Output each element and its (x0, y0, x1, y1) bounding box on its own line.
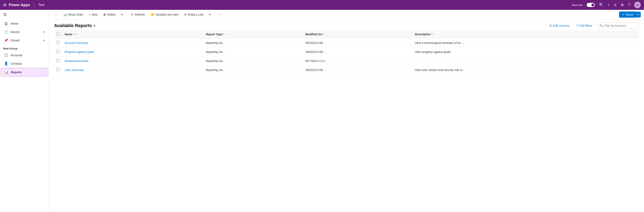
filter-search-icon: 🔍 (600, 24, 603, 27)
row-modified-on-1: 3/5/2023 8:58 ... (303, 47, 412, 56)
data-table: Name ↑ ▾ Report Type ▾ (49, 30, 644, 212)
share-label: Share (626, 13, 633, 16)
sidebar-item-recent[interactable]: 🕐 Recent ▾ (1, 28, 48, 36)
env-name: Test (38, 3, 44, 7)
sidebar-item-accounts[interactable]: 📋 Accounts (1, 51, 48, 59)
delete-dropdown-button[interactable]: ▾ (119, 12, 125, 18)
row-report-type-3: Reporting Se... (204, 65, 303, 74)
col-modified-on: Modified On ▾ (303, 30, 412, 38)
row-checkbox-3[interactable] (56, 68, 60, 71)
row-description-0: View a chronological summary of an ... (412, 38, 639, 47)
row-modified-on-3: 3/5/2023 8:58 ... (303, 65, 412, 74)
edit-filters-label: Edit filters (580, 24, 592, 27)
row-report-type-2: Reporting Se... (204, 56, 303, 65)
help-icon[interactable]: ? (628, 3, 630, 7)
share-dropdown-button[interactable]: ▾ (636, 12, 641, 18)
email-link-button[interactable]: ✉ Email a Link (182, 12, 206, 18)
col-modified-sort[interactable]: Modified On ▾ (305, 33, 324, 36)
edit-filters-button[interactable]: ▽ Edit filters (575, 23, 594, 28)
row-description-3: View user contact and security role in..… (412, 65, 639, 74)
table-body: Account Summary Reporting Se... 3/5/2023… (54, 38, 639, 74)
email-dropdown-icon: ▾ (209, 13, 210, 16)
row-modified-on-0: 3/5/2023 8:58 ... (303, 38, 412, 47)
table-header-row: Name ↑ ▾ Report Type ▾ (54, 30, 639, 38)
row-checkbox-1[interactable] (56, 50, 60, 53)
col-report-type-sort[interactable]: Report Type ▾ (206, 33, 224, 36)
email-dropdown-button[interactable]: ▾ (207, 12, 213, 18)
refresh-label: Refresh (135, 13, 145, 16)
row-description-1: View progress against goals (412, 47, 639, 56)
visualize-button[interactable]: 🟡 Visualize this view (148, 12, 181, 18)
sidebar-accounts-label: Accounts (11, 54, 22, 57)
hamburger-icon[interactable]: ☰ (3, 13, 6, 17)
more-icon: ⋯ (219, 13, 222, 16)
top-nav-right: New look 🔍 + ⧖ ⚙ ? U (572, 2, 641, 8)
waffle-icon[interactable]: ⊞ (3, 3, 6, 7)
filter-search-input[interactable] (604, 24, 637, 27)
share-dropdown: ↗ Share ▾ (619, 12, 641, 18)
recent-icon: 🕐 (4, 30, 8, 34)
header-checkbox-cell (54, 30, 62, 38)
top-nav: ⊞ Power Apps Test New look 🔍 + ⧖ ⚙ ? U (0, 0, 644, 10)
row-checkbox-0[interactable] (56, 41, 60, 44)
search-icon[interactable]: 🔍 (599, 3, 604, 7)
visualize-label: Visualize this view (155, 13, 178, 16)
pinned-icon: 📌 (4, 38, 8, 42)
sidebar-contacts-label: Contacts (11, 62, 22, 65)
new-look-toggle[interactable] (587, 3, 595, 7)
new-button[interactable]: + New (86, 12, 100, 18)
table-row: Progress against goals Reporting Se... 3… (54, 47, 639, 56)
filter-icon[interactable]: ⧖ (614, 3, 616, 7)
sidebar-item-pinned[interactable]: 📌 Pinned ▾ (1, 36, 48, 44)
col-description-label: Description (415, 33, 430, 36)
col-name-sort[interactable]: Name ↑ ▾ (65, 33, 77, 36)
row-report-type-1: Reporting Se... (204, 47, 303, 56)
new-icon: + (89, 13, 90, 16)
sidebar-item-home[interactable]: 🏠 Home (1, 20, 48, 28)
col-modified-label: Modified On (305, 33, 322, 36)
row-report-type-0: Reporting Se... (204, 38, 303, 47)
sidebar-recent-label: Recent (11, 30, 20, 34)
row-name-3[interactable]: User Summary (62, 65, 204, 74)
back-icon: ← (55, 13, 58, 16)
share-button[interactable]: ↗ Share (619, 12, 636, 18)
row-checkbox-cell-2 (54, 56, 62, 65)
edit-filters-icon: ▽ (576, 24, 578, 27)
header-checkbox[interactable] (56, 32, 60, 36)
sidebar-home-label: Home (11, 22, 18, 25)
list-title-text: Available Reports (54, 23, 92, 28)
col-description: Description ▾ (412, 30, 639, 38)
row-name-2[interactable]: Retained accounts (62, 56, 204, 65)
row-checkbox-cell-3 (54, 65, 62, 74)
col-description-sort[interactable]: Description ▾ (415, 33, 432, 36)
more-button[interactable]: ⋯ (216, 12, 224, 18)
delete-button[interactable]: 🗑 Delete (101, 12, 118, 18)
back-button[interactable]: ← (52, 12, 60, 18)
new-look-label: New look (572, 4, 582, 7)
edit-columns-button[interactable]: ☰ Edit columns (548, 23, 571, 28)
sidebar-pinned-label: Pinned (11, 39, 20, 42)
top-nav-left: ⊞ Power Apps Test (3, 3, 572, 7)
list-title-chevron-icon[interactable]: ▾ (94, 24, 95, 28)
col-name: Name ↑ ▾ (62, 30, 204, 38)
refresh-button[interactable]: ↻ Refresh (129, 12, 147, 18)
sidebar-reports-label: Reports (11, 71, 22, 74)
settings-icon[interactable]: ⚙ (621, 3, 624, 7)
col-description-filter-icon: ▾ (432, 33, 432, 36)
email-label: Email a Link (188, 13, 204, 16)
col-modified-filter-icon: ▾ (323, 33, 324, 36)
nav-divider (34, 3, 34, 7)
row-name-1[interactable]: Progress against goals (62, 47, 204, 56)
avatar[interactable]: U (634, 2, 641, 8)
show-chart-button[interactable]: 📊 Show Chart (61, 12, 86, 18)
list-controls: ☰ Edit columns ▽ Edit filters 🔍 (548, 23, 639, 29)
add-icon[interactable]: + (608, 3, 610, 7)
email-icon: ✉ (184, 13, 187, 16)
visualize-icon: 🟡 (150, 13, 154, 16)
show-chart-label: Show Chart (68, 13, 83, 16)
list-title: Available Reports ▾ (54, 23, 95, 28)
sidebar-item-contacts[interactable]: 👤 Contacts (1, 60, 48, 67)
row-name-0[interactable]: Account Summary (62, 38, 204, 47)
row-checkbox-2[interactable] (56, 59, 60, 62)
sidebar-item-reports[interactable]: 📊 Reports (1, 68, 48, 76)
